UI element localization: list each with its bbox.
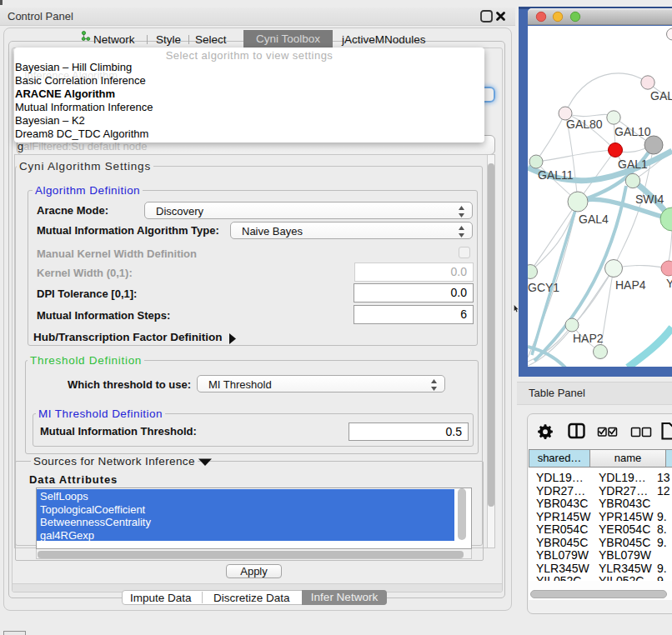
svg-text:GAL: GAL (650, 89, 672, 102)
svg-text:HAP4: HAP4 (615, 278, 646, 292)
svg-text:Y: Y (666, 277, 672, 290)
svg-text:HAP2: HAP2 (573, 332, 604, 345)
svg-text:GAL10: GAL10 (614, 125, 651, 138)
svg-text:GAL11: GAL11 (538, 168, 574, 182)
svg-text:GCY1: GCY1 (528, 281, 559, 294)
svg-text:GAL4: GAL4 (579, 212, 609, 226)
svg-text:GAL80: GAL80 (566, 118, 603, 131)
svg-text:SWI4: SWI4 (635, 192, 664, 206)
svg-text:GAL1: GAL1 (618, 158, 648, 171)
